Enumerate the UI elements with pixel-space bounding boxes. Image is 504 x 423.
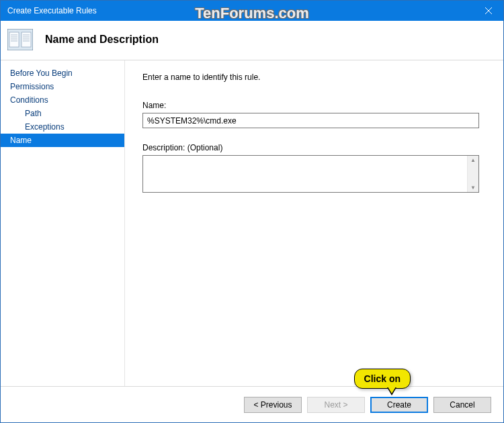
- wizard-icon: [7, 29, 33, 50]
- previous-button[interactable]: < Previous: [244, 397, 302, 413]
- scroll-down-icon: ▼: [470, 185, 476, 191]
- close-icon: [485, 7, 492, 14]
- wizard-header: Name and Description: [1, 21, 503, 60]
- nav-step-exceptions[interactable]: Exceptions: [1, 120, 124, 134]
- page-heading: Name and Description: [45, 34, 159, 46]
- wizard-content: Enter a name to identify this rule. Name…: [125, 60, 503, 386]
- create-button[interactable]: Create: [370, 397, 428, 413]
- scroll-up-icon: ▲: [470, 157, 476, 163]
- nav-step-conditions[interactable]: Conditions: [1, 93, 124, 107]
- wizard-body: Before You BeginPermissionsConditionsPat…: [1, 60, 503, 386]
- close-button[interactable]: [473, 1, 503, 21]
- nav-step-before-you-begin[interactable]: Before You Begin: [1, 66, 124, 80]
- svg-rect-3: [9, 32, 19, 47]
- next-button: Next >: [307, 397, 365, 413]
- description-label: Description: (Optional): [142, 143, 479, 152]
- wizard-nav: Before You BeginPermissionsConditionsPat…: [1, 60, 125, 386]
- name-input[interactable]: [142, 113, 479, 128]
- cancel-button[interactable]: Cancel: [433, 397, 491, 413]
- titlebar: Create Executable Rules: [1, 1, 503, 21]
- nav-step-permissions[interactable]: Permissions: [1, 80, 124, 93]
- window-title: Create Executable Rules: [7, 6, 97, 15]
- nav-step-name[interactable]: Name: [1, 134, 124, 147]
- wizard-footer: < Previous Next > Create Cancel: [1, 386, 503, 422]
- instruction-text: Enter a name to identify this rule.: [142, 73, 479, 82]
- description-input[interactable]: [143, 156, 467, 192]
- description-field-wrap: ▲ ▼: [142, 155, 479, 193]
- description-scrollbar[interactable]: ▲ ▼: [467, 156, 478, 192]
- svg-rect-4: [22, 32, 31, 47]
- wizard-window: Create Executable Rules TenForums.com: [0, 0, 504, 423]
- name-label: Name:: [142, 101, 479, 110]
- nav-step-path[interactable]: Path: [1, 107, 124, 120]
